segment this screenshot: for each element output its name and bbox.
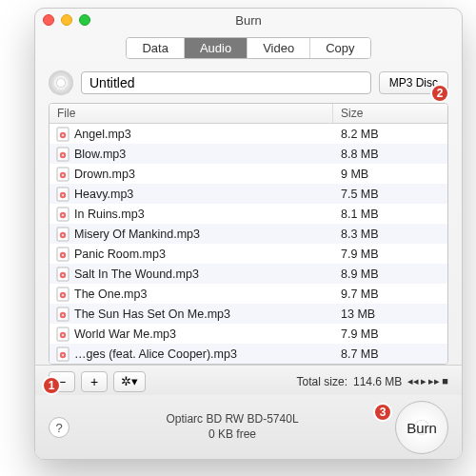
table-row[interactable]: …ges (feat. Alice Cooper).mp38.7 MB <box>50 344 447 364</box>
total-size-value: 114.6 MB <box>353 375 402 388</box>
svg-point-26 <box>62 294 64 296</box>
file-name: World War Me.mp3 <box>74 327 333 341</box>
svg-point-23 <box>62 274 64 276</box>
svg-point-35 <box>62 354 64 356</box>
file-icon <box>55 327 70 342</box>
file-icon <box>55 127 70 142</box>
gear-button[interactable]: ✲▾ <box>113 371 146 392</box>
svg-point-2 <box>62 134 64 136</box>
drive-info: Optiarc BD RW BD-5740L 0 KB free <box>69 412 395 442</box>
prev-icon[interactable]: ◂◂ <box>407 375 419 387</box>
table-row[interactable]: The One.mp39.7 MB <box>50 284 447 304</box>
file-name: Blow.mp3 <box>74 148 333 161</box>
table-row[interactable]: Angel.mp38.2 MB <box>50 124 447 144</box>
file-name: Salt In The Wound.mp3 <box>74 268 333 281</box>
titlebar: Burn <box>35 9 462 31</box>
transport-controls: ◂◂ ▸ ▸▸ ■ <box>407 375 448 387</box>
list-toolbar: − + ✲▾ Total size: 114.6 MB ◂◂ ▸ ▸▸ ■ <box>35 365 462 395</box>
burn-button[interactable]: Burn <box>395 401 448 454</box>
file-name: The Sun Has Set On Me.mp3 <box>74 307 333 321</box>
file-size: 9.7 MB <box>333 288 447 301</box>
disc-header: MP3 Disc <box>35 67 462 103</box>
list-rows: Angel.mp38.2 MBBlow.mp38.8 MBDrown.mp39 … <box>50 124 447 364</box>
file-icon <box>55 227 70 242</box>
window: Burn Data Audio Video Copy MP3 Disc File… <box>34 8 463 460</box>
table-row[interactable]: Salt In The Wound.mp38.9 MB <box>50 264 447 284</box>
table-row[interactable]: Blow.mp38.8 MB <box>50 144 447 164</box>
file-size: 9 MB <box>333 168 447 181</box>
total-size-label: Total size: <box>297 375 347 388</box>
add-button[interactable]: + <box>81 371 108 392</box>
file-name: The One.mp3 <box>74 288 333 301</box>
mode-tabs: Data Audio Video Copy <box>35 31 462 67</box>
svg-point-17 <box>62 234 64 236</box>
file-icon <box>55 267 70 282</box>
file-size: 7.9 MB <box>333 248 447 261</box>
table-row[interactable]: The Sun Has Set On Me.mp313 MB <box>50 304 447 324</box>
file-size: 8.1 MB <box>333 208 447 221</box>
svg-point-11 <box>62 194 64 196</box>
column-size[interactable]: Size <box>333 104 447 123</box>
column-file[interactable]: File <box>50 104 333 123</box>
file-name: Drown.mp3 <box>74 168 333 181</box>
table-row[interactable]: Heavy.mp37.5 MB <box>50 184 447 204</box>
table-row[interactable]: Panic Room.mp37.9 MB <box>50 244 447 264</box>
next-icon[interactable]: ▸▸ <box>428 375 440 387</box>
tab-copy[interactable]: Copy <box>310 38 369 58</box>
bottom-bar: ? Optiarc BD RW BD-5740L 0 KB free Burn <box>35 395 462 460</box>
disc-name-input[interactable] <box>81 71 371 94</box>
annotation-badge-2: 2 <box>430 84 449 103</box>
table-row[interactable]: Misery Of Mankind.mp38.3 MB <box>50 224 447 244</box>
file-name: Heavy.mp3 <box>74 188 333 201</box>
drive-free: 0 KB free <box>69 427 395 443</box>
file-list: File Size Angel.mp38.2 MBBlow.mp38.8 MBD… <box>49 103 448 365</box>
disc-icon <box>49 70 73 95</box>
file-size: 7.5 MB <box>333 188 447 201</box>
file-icon <box>55 207 70 222</box>
file-size: 8.2 MB <box>333 128 447 141</box>
file-icon <box>55 147 70 162</box>
segmented-control: Data Audio Video Copy <box>126 37 370 59</box>
file-icon <box>55 167 70 182</box>
file-icon <box>55 247 70 262</box>
file-name: In Ruins.mp3 <box>74 208 333 221</box>
file-icon <box>55 347 70 362</box>
annotation-badge-1: 1 <box>42 376 61 395</box>
tab-video[interactable]: Video <box>248 38 310 58</box>
file-name: Misery Of Mankind.mp3 <box>74 228 333 241</box>
file-size: 8.8 MB <box>333 148 447 161</box>
help-button[interactable]: ? <box>49 417 69 438</box>
svg-point-20 <box>62 254 64 256</box>
file-size: 8.3 MB <box>333 228 447 241</box>
table-row[interactable]: In Ruins.mp38.1 MB <box>50 204 447 224</box>
tab-data[interactable]: Data <box>127 38 184 58</box>
file-icon <box>55 287 70 302</box>
file-name: Panic Room.mp3 <box>74 248 333 261</box>
file-size: 13 MB <box>333 307 447 321</box>
annotation-badge-3: 3 <box>373 403 392 422</box>
stop-icon[interactable]: ■ <box>442 375 448 387</box>
svg-point-29 <box>62 314 64 316</box>
file-icon <box>55 187 70 202</box>
list-header: File Size <box>50 104 447 124</box>
file-size: 7.9 MB <box>333 327 447 341</box>
file-size: 8.9 MB <box>333 268 447 281</box>
svg-point-8 <box>62 174 64 176</box>
svg-point-14 <box>62 214 64 216</box>
play-icon[interactable]: ▸ <box>421 375 426 387</box>
file-name: …ges (feat. Alice Cooper).mp3 <box>74 347 333 361</box>
tab-audio[interactable]: Audio <box>185 38 248 58</box>
window-title: Burn <box>35 13 462 28</box>
svg-point-5 <box>62 154 64 156</box>
table-row[interactable]: Drown.mp39 MB <box>50 164 447 184</box>
file-name: Angel.mp3 <box>74 128 333 141</box>
drive-name: Optiarc BD RW BD-5740L <box>69 412 395 427</box>
file-size: 8.7 MB <box>333 347 447 361</box>
file-icon <box>55 307 70 322</box>
svg-point-32 <box>62 334 64 336</box>
table-row[interactable]: World War Me.mp37.9 MB <box>50 324 447 344</box>
